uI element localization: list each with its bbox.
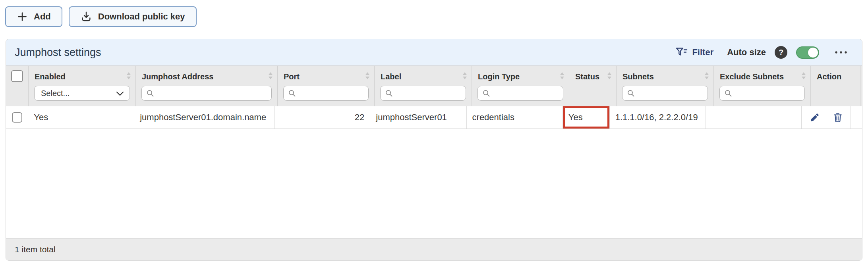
help-button[interactable]: ?	[775, 46, 787, 59]
filter-button[interactable]: Filter	[673, 47, 716, 58]
item-count: 1 item total	[15, 245, 56, 254]
delete-button[interactable]	[832, 111, 843, 123]
column-title-exclude-subnets[interactable]: Exclude Subnets	[714, 69, 810, 84]
sort-icon	[801, 71, 806, 83]
cell-enabled: Yes	[28, 106, 134, 129]
column-header-login-type: Login Type	[472, 66, 569, 106]
help-icon: ?	[779, 48, 783, 57]
chevron-down-icon	[116, 89, 124, 98]
row-filler	[851, 106, 862, 129]
cell-subnets: 1.1.1.0/16, 2.2.2.0/19	[610, 106, 706, 129]
row-checkbox-cell	[6, 106, 28, 129]
column-title-label[interactable]: Label	[375, 69, 472, 84]
column-title-enabled[interactable]: Enabled	[29, 69, 135, 84]
panel-header: Jumphost settings Filter Auto size ?	[6, 39, 862, 65]
panel-header-controls: Filter Auto size ?	[673, 46, 849, 59]
header-filler	[860, 66, 862, 106]
select-all-header-cell	[6, 66, 29, 106]
cell-action	[802, 106, 851, 129]
toolbar: Add Download public key	[5, 6, 197, 27]
auto-size-toggle[interactable]	[796, 46, 819, 59]
column-header-action: Action	[811, 66, 860, 106]
column-label: Subnets	[622, 72, 654, 81]
download-icon	[80, 11, 92, 23]
download-button-label: Download public key	[98, 12, 185, 22]
filter-cell-label	[375, 84, 472, 101]
sort-icon	[268, 71, 273, 83]
column-label: Exclude Subnets	[720, 72, 784, 81]
select-value: Select...	[41, 89, 70, 98]
row-checkbox[interactable]	[12, 112, 22, 123]
ellipsis-icon	[834, 50, 848, 54]
filter-icon	[676, 47, 688, 58]
column-header-enabled: Enabled Select...	[29, 66, 136, 106]
table-header-row: Enabled Select... Jumphost Address	[6, 65, 862, 106]
column-label: Jumphost Address	[142, 72, 213, 81]
column-header-status: Status	[569, 66, 617, 106]
sort-icon	[559, 71, 565, 83]
cell-login-type: credentials	[467, 106, 563, 129]
column-label: Port	[284, 72, 300, 81]
sort-icon	[704, 71, 709, 83]
trash-icon	[833, 112, 843, 123]
column-title-subnets[interactable]: Subnets	[617, 69, 713, 84]
login-type-filter-input[interactable]	[477, 86, 563, 101]
column-title-port[interactable]: Port	[278, 69, 374, 84]
column-label: Action	[817, 72, 841, 81]
label-filter-input[interactable]	[380, 86, 466, 101]
filter-cell-exclude-subnets	[714, 84, 810, 101]
subnets-filter-input[interactable]	[622, 86, 708, 101]
cell-port: 22	[275, 106, 370, 129]
cell-status-highlighted: Yes	[563, 106, 610, 129]
enabled-filter-select[interactable]: Select...	[34, 86, 130, 101]
plus-icon	[17, 11, 28, 22]
edit-button[interactable]	[809, 112, 820, 123]
column-header-exclude-subnets: Exclude Subnets	[714, 66, 811, 106]
sort-icon	[607, 71, 612, 83]
filter-label: Filter	[692, 47, 713, 58]
sort-icon	[126, 71, 131, 83]
toggle-knob	[808, 48, 818, 58]
add-button[interactable]: Add	[5, 6, 62, 27]
filter-cell-port	[278, 84, 374, 101]
auto-size-label: Auto size	[727, 47, 766, 58]
table-row: Yes jumphostServer01.domain.name 22 jump…	[6, 106, 862, 129]
select-all-checkbox[interactable]	[11, 70, 23, 82]
column-title-login-type[interactable]: Login Type	[472, 69, 569, 84]
table-footer: 1 item total	[6, 238, 862, 260]
filter-cell-subnets	[617, 84, 713, 101]
add-button-label: Add	[34, 12, 51, 22]
column-title-jumphost-address[interactable]: Jumphost Address	[136, 69, 277, 84]
column-label: Label	[381, 72, 401, 81]
filter-cell-login-type	[472, 84, 569, 101]
cell-jumphost-address: jumphostServer01.domain.name	[134, 106, 275, 129]
more-options-button[interactable]	[833, 49, 849, 56]
port-filter-input[interactable]	[283, 86, 369, 101]
column-header-port: Port	[278, 66, 375, 106]
column-label: Status	[575, 72, 599, 81]
column-label: Login Type	[478, 72, 520, 81]
filter-cell-jumphost-address	[136, 84, 277, 101]
column-header-jumphost-address: Jumphost Address	[136, 66, 278, 106]
column-header-subnets: Subnets	[617, 66, 714, 106]
cell-label: jumphostServer01	[370, 106, 466, 129]
filter-cell-enabled: Select...	[29, 84, 135, 101]
jumphost-address-filter-input[interactable]	[141, 86, 272, 101]
page-title: Jumphost settings	[15, 46, 101, 59]
sort-icon	[462, 71, 468, 83]
download-public-key-button[interactable]: Download public key	[69, 6, 197, 27]
cell-exclude-subnets	[706, 106, 802, 129]
exclude-subnets-filter-input[interactable]	[719, 86, 805, 101]
pencil-icon	[810, 113, 820, 123]
jumphost-settings-panel: Jumphost settings Filter Auto size ?	[6, 39, 862, 261]
column-header-label: Label	[375, 66, 472, 106]
table-empty-area	[6, 129, 862, 238]
column-label: Enabled	[35, 72, 66, 81]
column-title-action: Action	[811, 69, 860, 84]
column-title-status[interactable]: Status	[569, 69, 616, 84]
sort-icon	[365, 71, 370, 83]
